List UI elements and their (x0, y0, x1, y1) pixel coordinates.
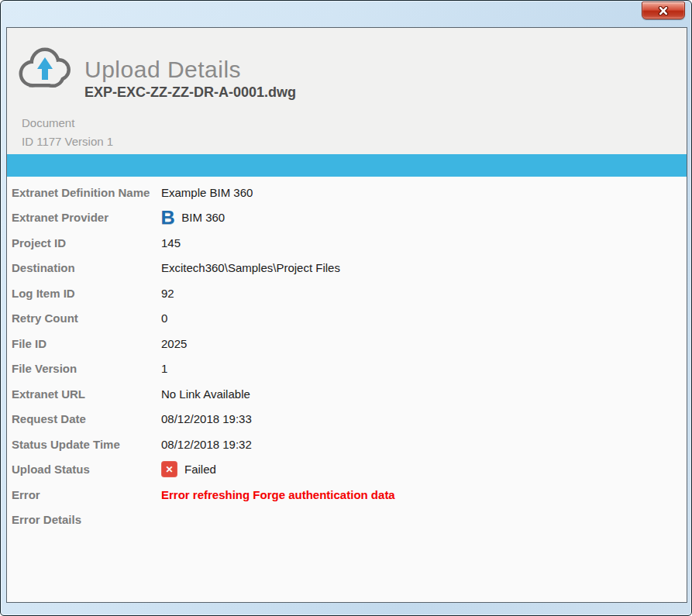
titlebar (1, 1, 691, 27)
field-value-group: 1 (161, 362, 167, 375)
field-row: Upload Status ✕ Failed (12, 457, 687, 483)
field-label: Extranet Definition Name (12, 186, 161, 199)
field-row: File ID 2025 (12, 331, 687, 356)
failed-icon: ✕ (161, 461, 177, 477)
field-row: Log Item ID 92 (12, 280, 687, 306)
field-label: Destination (12, 261, 161, 274)
field-label: File ID (12, 337, 161, 350)
document-type-label: Document (22, 115, 74, 131)
field-value-group: No Link Available (161, 387, 250, 401)
upload-cloud-icon (18, 46, 72, 93)
field-label: Error (12, 488, 161, 501)
document-filename: EXP-EXC-ZZ-ZZ-DR-A-0001.dwg (84, 84, 296, 101)
field-label: Log Item ID (12, 287, 161, 300)
field-row: Status Update Time 08/12/2018 19:32 (12, 432, 687, 457)
field-value: Example BIM 360 (161, 186, 253, 199)
bim360-icon: B (161, 208, 175, 227)
field-row: Error Details (12, 508, 687, 533)
page-title: Upload Details (84, 57, 241, 83)
dialog-header: Upload Details EXP-EXC-ZZ-ZZ-DR-A-0001.d… (7, 28, 687, 154)
field-label: Retry Count (12, 311, 161, 325)
field-value: Error refreshing Forge authentication da… (161, 488, 395, 501)
field-label: Error Details (12, 513, 161, 526)
field-value-group: Error refreshing Forge authentication da… (161, 488, 395, 501)
field-label: Status Update Time (12, 438, 161, 451)
field-value: 1 (161, 362, 167, 375)
accent-bar (7, 154, 687, 177)
field-label: Upload Status (12, 463, 161, 476)
field-value-group: Excitech360\Samples\Project Files (161, 261, 340, 274)
field-value: 08/12/2018 19:33 (161, 412, 252, 425)
field-label: Extranet URL (12, 387, 161, 401)
field-row: Extranet Definition Name Example BIM 360 (12, 180, 687, 205)
field-value: 08/12/2018 19:32 (161, 438, 252, 451)
close-icon (658, 6, 669, 15)
field-value: 145 (161, 236, 181, 249)
field-label: File Version (12, 362, 161, 375)
field-label: Project ID (12, 236, 161, 249)
field-value-group: 08/12/2018 19:33 (161, 412, 252, 425)
field-value: No Link Available (161, 387, 250, 401)
field-row: Extranet Provider B BIM 360 (12, 205, 687, 231)
close-button[interactable] (642, 2, 685, 19)
dialog-client-area: Upload Details EXP-EXC-ZZ-ZZ-DR-A-0001.d… (6, 27, 687, 603)
field-value: 0 (161, 311, 167, 325)
field-value-group: B BIM 360 (161, 208, 225, 227)
field-row: File Version 1 (12, 356, 687, 382)
field-value: 2025 (161, 337, 187, 350)
field-row: Project ID 145 (12, 230, 687, 256)
field-value-group: Example BIM 360 (161, 186, 253, 199)
field-value: Failed (184, 463, 216, 476)
field-value-group: 08/12/2018 19:32 (161, 438, 252, 451)
document-id-version: ID 1177 Version 1 (22, 134, 113, 150)
field-value: Excitech360\Samples\Project Files (161, 261, 340, 274)
field-row: Request Date 08/12/2018 19:33 (12, 407, 687, 432)
field-label: Extranet Provider (12, 211, 161, 224)
field-label: Request Date (12, 412, 161, 425)
fields-list: Extranet Definition Name Example BIM 360… (7, 177, 687, 532)
field-row: Destination Excitech360\Samples\Project … (12, 256, 687, 281)
field-value-group: ✕ Failed (161, 461, 216, 477)
field-value-group: 0 (161, 311, 167, 325)
field-row: Error Error refreshing Forge authenticat… (12, 482, 687, 508)
field-row: Retry Count 0 (12, 306, 687, 332)
field-row: Extranet URL No Link Available (12, 381, 687, 407)
field-value: 92 (161, 287, 174, 300)
field-value-group: 145 (161, 236, 181, 249)
upload-details-window: Upload Details EXP-EXC-ZZ-ZZ-DR-A-0001.d… (0, 0, 692, 616)
field-value: BIM 360 (181, 211, 225, 224)
field-value-group: 92 (161, 287, 174, 300)
field-value-group: 2025 (161, 337, 187, 350)
